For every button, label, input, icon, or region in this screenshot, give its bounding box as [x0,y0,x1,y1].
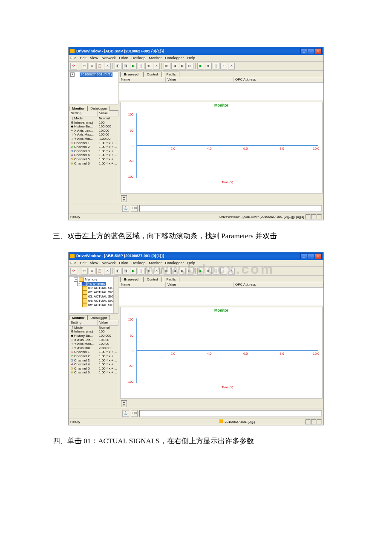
cut-icon[interactable]: ✂ [81,63,88,69]
monitor-row[interactable]: ⊕Interval (ms)100 [69,121,118,125]
menu-help[interactable]: Help [187,261,196,266]
maximize-button[interactable]: □ [308,253,314,259]
menu-desktop[interactable]: Desktop [131,261,145,266]
monitor-row[interactable]: ∫ModeNormal [69,326,118,330]
monitor-row[interactable]: ↔X Axis Len...10.000 [69,338,118,342]
anchor-icon[interactable]: ⚓ [122,410,129,417]
rec-play-icon[interactable]: ▶ [197,63,204,69]
minimize-button[interactable]: _ [300,48,307,54]
tool-icon[interactable]: ◨ [122,268,129,275]
collapse-icon[interactable]: − [77,282,81,286]
menu-view[interactable]: View [90,56,98,61]
first-icon[interactable]: ⏮ [164,63,170,69]
anchor-icon[interactable]: ⚓ [122,205,129,212]
tree-scrollbar[interactable] [113,277,118,313]
menu-file[interactable]: File [70,261,77,266]
menu-monitor[interactable]: Monitor [149,261,161,266]
collapse-icon[interactable]: − [74,278,78,282]
monitor-row[interactable]: ∫ModeNormal [69,116,118,121]
menu-network[interactable]: Network [101,261,115,266]
close-button[interactable]: × [315,253,322,259]
monitor-row[interactable]: 6Channel 61.00 * x + ... [69,162,118,166]
menu-view[interactable]: View [90,261,98,266]
monitor-row[interactable]: 5Channel 51.00 * x + ... [69,367,118,371]
tab-faults[interactable]: Faults [163,72,180,77]
cut-icon[interactable]: ✂ [81,268,88,275]
monitor-row[interactable]: ◆History Bu...100.000 [69,124,118,129]
tool-icon[interactable]: ◧ [115,63,121,69]
tab-monitor[interactable]: Monitor [69,315,87,321]
refresh-icon[interactable]: ⟳ [70,268,77,275]
stop-icon[interactable]: ■ [145,268,152,275]
zoom-spinner[interactable]: ▲▼ [121,195,127,202]
menu-file[interactable]: File [70,56,77,61]
tab-browsed[interactable]: Browsed [120,72,142,77]
next-icon[interactable]: ▶ [179,63,186,69]
monitor-row[interactable]: ↔X Axis Len...10.000 [69,129,118,133]
clear-icon[interactable]: ✕ [228,63,235,69]
tree-node-memory[interactable]: Memory [85,278,97,282]
pause-icon[interactable]: ‖ [138,268,144,275]
menu-network[interactable]: Network [101,56,115,61]
tree-node[interactable]: 04: ACTUAL SIGN [82,299,117,303]
tool-icon[interactable]: ✕ [153,63,160,69]
upload-icon[interactable]: ↑ [220,268,227,275]
monitor-row[interactable]: 1Channel 11.00 * x + ... [69,350,118,354]
menu-datalogger[interactable]: Datalogger [165,261,184,266]
monitor-row[interactable]: ↑Y Axis Max...100.00 [69,133,118,137]
last-icon[interactable]: ⏭ [187,268,193,275]
clear-icon[interactable]: ✕ [228,268,235,275]
monitor-row[interactable]: 3Channel 31.00 * x + ... [69,149,118,153]
close-button[interactable]: × [315,48,322,54]
tab-datalogger[interactable]: Datalogger [87,106,110,111]
rec-stop-icon[interactable]: ■ [205,268,212,275]
menu-drive[interactable]: Drive [119,56,128,61]
monitor-row[interactable]: ↓Y Axis Min...-100.00 [69,346,118,350]
monitor-row[interactable]: 4Channel 41.00 * x + ... [69,153,118,157]
upload-icon[interactable]: ↑ [220,63,227,69]
tool-icon[interactable]: ◨ [122,63,129,69]
menu-datalogger[interactable]: Datalogger [165,56,184,61]
tree-view[interactable]: − Memory − Parameters 01: ACTUAL SIGN02:… [69,276,118,314]
copy-icon[interactable]: ⧉ [89,268,95,275]
expand-icon[interactable]: + [70,72,75,77]
maximize-button[interactable]: □ [308,48,314,54]
rec-pause-icon[interactable]: ‖ [213,63,219,69]
tree-node[interactable]: 02: ACTUAL SIGN [82,290,117,295]
zoom-spinner[interactable]: ▲▼ [121,400,127,407]
browse-grid[interactable] [119,288,323,306]
paste-icon[interactable]: 📋 [96,63,103,69]
erase-icon[interactable]: ⌫ [131,410,138,417]
refresh-icon[interactable]: ⟳ [70,63,77,69]
monitor-row[interactable]: ↓Y Axis Min...-100.00 [69,137,118,141]
status-input[interactable] [139,205,322,212]
paste-icon[interactable]: 📋 [96,268,103,275]
status-input[interactable] [139,410,322,417]
monitor-row[interactable]: 1Channel 11.00 * x + ... [69,141,118,145]
tab-faults[interactable]: Faults [163,277,180,282]
monitor-row[interactable]: 3Channel 31.00 * x + ... [69,358,118,363]
tool-icon[interactable]: ◧ [115,268,121,275]
browse-grid[interactable] [119,83,323,101]
menu-drive[interactable]: Drive [119,261,128,266]
monitor-row[interactable]: ⊕Interval (ms)100 [69,330,118,334]
next-icon[interactable]: ▶ [179,268,186,275]
play-icon[interactable]: ▶ [130,63,137,69]
menu-desktop[interactable]: Desktop [131,56,145,61]
tree-node-selected[interactable]: 20100627-001 {0}{1} [80,72,112,77]
play-icon[interactable]: ▶ [130,268,137,275]
rec-pause-icon[interactable]: ‖ [213,268,219,275]
tree-node[interactable]: 05: ACTUAL SIGN [82,303,117,307]
copy-icon[interactable]: ⧉ [89,63,95,69]
monitor-row[interactable]: ↑Y Axis Max...100.00 [69,342,118,346]
tab-browsed[interactable]: Browsed [120,277,142,282]
tree-view[interactable]: + 20100627-001 {0}{1} [69,71,118,104]
first-icon[interactable]: ⏮ [164,268,170,275]
last-icon[interactable]: ⏭ [187,63,193,69]
monitor-row[interactable]: 4Channel 41.00 * x + ... [69,362,118,367]
monitor-row[interactable]: 5Channel 51.00 * x + ... [69,157,118,162]
rec-stop-icon[interactable]: ■ [205,63,212,69]
prev-icon[interactable]: ◀ [171,268,178,275]
erase-icon[interactable]: ⌫ [131,205,138,212]
monitor-row[interactable]: 6Channel 61.00 * x + ... [69,370,118,375]
